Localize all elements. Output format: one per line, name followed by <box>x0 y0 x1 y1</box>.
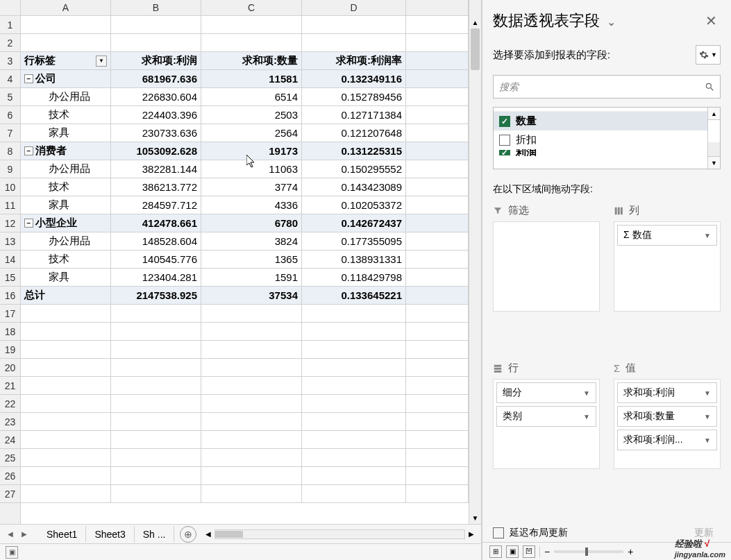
cell-empty[interactable] <box>406 160 469 178</box>
cell-empty[interactable] <box>406 70 469 87</box>
cell[interactable] <box>21 341 111 358</box>
cell-empty[interactable] <box>406 413 469 430</box>
cell[interactable] <box>201 467 302 484</box>
data-row[interactable]: −公司681967.636115810.132349116 <box>21 70 469 88</box>
row-header-3[interactable]: 3 <box>0 52 20 70</box>
cell[interactable]: 家具 <box>21 124 111 142</box>
cell[interactable]: 0.102053372 <box>302 196 406 214</box>
cell[interactable]: 19173 <box>201 142 302 160</box>
cell[interactable] <box>201 359 302 376</box>
cell[interactable]: 0.133645221 <box>302 287 406 304</box>
cell[interactable]: 1591 <box>201 269 302 286</box>
cell[interactable]: 行标签▼ <box>21 52 111 69</box>
cell[interactable] <box>302 395 406 412</box>
cell[interactable]: −小型企业 <box>21 214 111 232</box>
cell[interactable]: 办公用品 <box>21 232 111 250</box>
cell[interactable]: 284597.712 <box>111 196 201 214</box>
cell[interactable]: 148528.604 <box>111 232 201 250</box>
cell[interactable]: 2147538.925 <box>111 287 201 304</box>
row-header-24[interactable]: 24 <box>0 431 20 449</box>
cell[interactable] <box>302 341 406 358</box>
view-page-icon[interactable]: ▣ <box>506 545 519 558</box>
row-header-25[interactable]: 25 <box>0 449 20 467</box>
checkbox-profit[interactable] <box>499 150 510 155</box>
cell[interactable] <box>302 485 406 502</box>
cell[interactable]: 技术 <box>21 106 111 124</box>
cell[interactable]: 230733.636 <box>111 124 201 142</box>
add-sheet-button[interactable]: ⊕ <box>180 526 196 543</box>
col-header-d[interactable]: D <box>302 0 406 15</box>
cell[interactable]: 681967.636 <box>111 70 201 87</box>
defer-checkbox[interactable] <box>493 527 504 538</box>
cell-empty[interactable] <box>406 341 469 358</box>
cell[interactable] <box>111 377 201 394</box>
row-header-9[interactable]: 9 <box>0 160 20 178</box>
cell[interactable]: 382281.144 <box>111 160 201 178</box>
cell-empty[interactable] <box>406 485 469 502</box>
tab-sheet1[interactable]: Sheet1 <box>38 526 86 543</box>
tab-sh[interactable]: Sh ... <box>135 526 175 543</box>
columns-zone[interactable]: Σ 数值▼ <box>614 221 721 312</box>
tab-nav-prev[interactable]: ◀ <box>3 530 17 538</box>
search-input[interactable] <box>499 81 705 92</box>
row-header-21[interactable]: 21 <box>0 377 20 395</box>
cell[interactable] <box>111 485 201 502</box>
cell[interactable] <box>111 323 201 340</box>
data-row[interactable]: −小型企业412478.66167800.142672437 <box>21 214 469 232</box>
cell[interactable] <box>111 16 201 33</box>
cell[interactable]: 3824 <box>201 232 302 250</box>
select-all-corner[interactable] <box>0 0 21 16</box>
cell-empty[interactable] <box>406 16 469 33</box>
data-row[interactable]: 办公用品382281.144110630.150295552 <box>21 160 469 178</box>
cell[interactable] <box>21 467 111 484</box>
cell[interactable] <box>302 359 406 376</box>
cell[interactable] <box>111 341 201 358</box>
field-item-profit[interactable]: 利润 <box>494 149 707 156</box>
filter-zone[interactable] <box>493 221 600 312</box>
cell[interactable] <box>302 431 406 448</box>
data-row[interactable] <box>21 413 469 431</box>
row-header-18[interactable]: 18 <box>0 323 20 341</box>
row-header-23[interactable]: 23 <box>0 413 20 431</box>
cell[interactable] <box>111 359 201 376</box>
col-header-a[interactable]: A <box>21 0 111 15</box>
cell[interactable] <box>302 377 406 394</box>
cell[interactable]: 家具 <box>21 196 111 214</box>
row-header-12[interactable]: 12 <box>0 214 20 232</box>
data-row[interactable] <box>21 34 469 52</box>
cell[interactable]: 4336 <box>201 196 302 214</box>
data-row[interactable] <box>21 449 469 467</box>
cell[interactable] <box>21 413 111 430</box>
row-header-20[interactable]: 20 <box>0 359 20 377</box>
row-header-13[interactable]: 13 <box>0 232 20 251</box>
cell[interactable] <box>111 449 201 466</box>
cell-empty[interactable] <box>406 106 469 124</box>
cell[interactable] <box>201 323 302 340</box>
cell-empty[interactable] <box>406 305 469 322</box>
cell[interactable]: 求和项:利润率 <box>302 52 406 69</box>
cell[interactable]: 技术 <box>21 251 111 268</box>
vertical-scrollbar[interactable]: ▲ ▼ <box>469 16 481 524</box>
field-scroll-down[interactable]: ▼ <box>708 156 720 169</box>
cell-empty[interactable] <box>406 34 469 51</box>
cell[interactable] <box>201 341 302 358</box>
row-header-17[interactable]: 17 <box>0 305 20 323</box>
data-row[interactable] <box>21 341 469 359</box>
cell[interactable] <box>21 377 111 394</box>
cell[interactable]: −公司 <box>21 70 111 87</box>
cell-empty[interactable] <box>406 467 469 484</box>
zoom-in-button[interactable]: + <box>628 546 633 557</box>
cell[interactable]: 226830.604 <box>111 88 201 105</box>
cell[interactable]: 技术 <box>21 178 111 196</box>
cell[interactable] <box>201 449 302 466</box>
data-row[interactable] <box>21 305 469 323</box>
collapse-button[interactable]: − <box>24 74 33 83</box>
cell[interactable]: 求和项:利润 <box>111 52 201 69</box>
col-header-c[interactable]: C <box>201 0 302 15</box>
cell[interactable]: 0.132349116 <box>302 70 406 87</box>
cell[interactable] <box>302 34 406 51</box>
checkbox-discount[interactable] <box>499 135 510 146</box>
view-break-icon[interactable]: 凹 <box>523 545 535 558</box>
data-row[interactable]: 总计2147538.925375340.133645221 <box>21 287 469 305</box>
cell[interactable]: 办公用品 <box>21 160 111 178</box>
